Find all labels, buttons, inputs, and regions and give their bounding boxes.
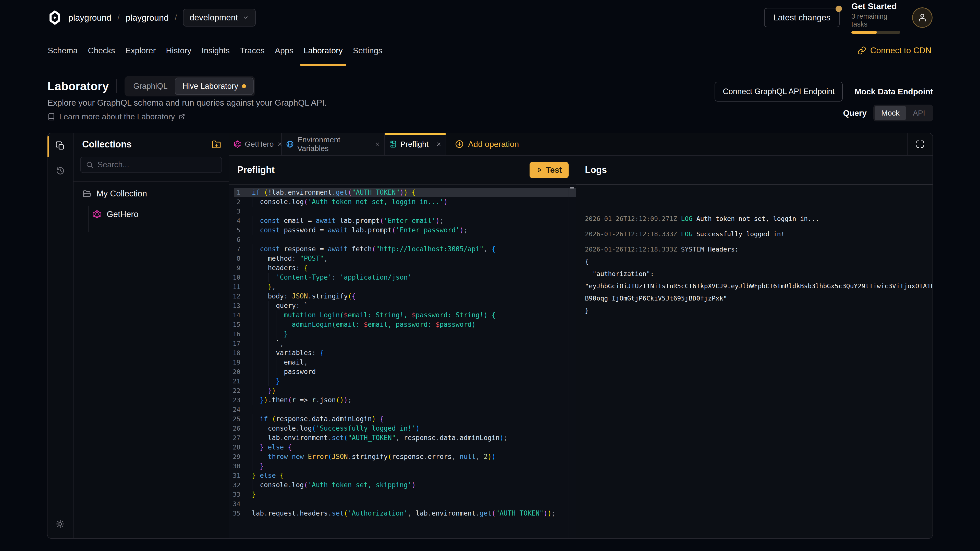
code-line: 20 password: [229, 367, 576, 376]
divider: [73, 181, 229, 182]
nav-item-settings[interactable]: Settings: [348, 35, 388, 66]
code-line: 11 },: [229, 282, 576, 292]
notification-dot: [835, 6, 842, 12]
nav-item-history[interactable]: History: [161, 35, 197, 66]
code-line: 16 }: [229, 329, 576, 339]
code-line: 22 }): [229, 386, 576, 395]
code-line: 15 adminLogin(email: $email, password: $…: [229, 320, 576, 329]
tab-environment-variables[interactable]: Environment Variables: [282, 133, 385, 155]
header-right: Latest changes Get Started 3 remaining t…: [764, 0, 932, 35]
close-icon[interactable]: [375, 141, 380, 147]
code-line: 2 console.log('Auth token not set, loggi…: [229, 197, 576, 206]
link-icon: [858, 46, 866, 55]
icon-rail: [48, 133, 73, 538]
yellow-dot: [242, 84, 246, 88]
code-line: 18 variables: {: [229, 348, 576, 358]
operation-item-gethero[interactable]: GetHero: [92, 207, 138, 221]
connect-to-cdn-label: Connect to CDN: [870, 46, 932, 56]
breadcrumb-separator: /: [175, 13, 177, 22]
rail-history-button[interactable]: [48, 158, 73, 183]
test-button[interactable]: Test: [530, 162, 569, 178]
fullscreen-button[interactable]: [907, 133, 932, 155]
add-operation-button[interactable]: Add operation: [455, 133, 519, 155]
collections-sidebar: Collections Search... My Collection GetH…: [73, 133, 229, 538]
log-entry: 2026-01-26T12:12:18.333Z LOG Successfull…: [585, 228, 924, 240]
collections-title: Collections: [82, 139, 132, 150]
add-operation-label: Add operation: [468, 140, 519, 149]
code-line: 26 console.log('Successfully logged in!'…: [229, 424, 576, 433]
code-lines: 1if (!lab.environment.get("AUTH_TOKEN"))…: [229, 188, 576, 518]
code-line: 29 throw new Error(JSON.stringify(respon…: [229, 452, 576, 462]
get-started-widget[interactable]: Get Started 3 remaining tasks: [851, 2, 900, 34]
code-line: 24: [229, 405, 576, 414]
code-line: 23 }).then(r => r.json());: [229, 395, 576, 405]
collections-search-input[interactable]: Search...: [80, 157, 222, 173]
learn-more-link[interactable]: Learn more about the Laboratory: [48, 112, 185, 121]
code-line: 25 if (response.data.adminLogin) {: [229, 414, 576, 424]
endpoint-mode-row: Query Mock API: [843, 105, 933, 121]
nav-item-laboratory[interactable]: Laboratory: [299, 35, 348, 66]
connect-api-endpoint-button[interactable]: Connect GraphQL API Endpoint: [714, 82, 843, 102]
rail-settings-button[interactable]: [48, 512, 73, 536]
ide-toggle: GraphiQL Hive Laboratory: [124, 76, 255, 97]
toggle-graphiql[interactable]: GraphiQL: [126, 78, 175, 94]
laboratory-header: Laboratory GraphiQL Hive Laboratory: [48, 76, 255, 97]
connect-to-cdn-link[interactable]: Connect to CDN: [858, 35, 932, 66]
code-line: 34: [229, 499, 576, 509]
mode-mock[interactable]: Mock: [875, 106, 906, 120]
get-started-title: Get Started: [851, 2, 900, 11]
tab-preflight[interactable]: Preflight: [385, 133, 446, 155]
collection-folder-label: My Collection: [97, 189, 147, 198]
add-collection-button[interactable]: [212, 140, 221, 149]
toggle-hive-laboratory[interactable]: Hive Laboratory: [175, 78, 254, 95]
nav-item-schema[interactable]: Schema: [43, 35, 83, 66]
avatar[interactable]: [912, 7, 932, 28]
graphql-icon: [233, 140, 242, 148]
header-left: playground / playground / development: [48, 0, 256, 35]
preflight-code-editor[interactable]: 1if (!lab.environment.get("AUTH_TOKEN"))…: [229, 185, 576, 538]
tab-gethero[interactable]: GetHero: [229, 133, 282, 155]
nav-item-checks[interactable]: Checks: [83, 35, 120, 66]
logs-header: Logs: [576, 156, 932, 185]
logs-panel[interactable]: 2026-01-26T12:12:09.271Z LOG Auth token …: [576, 185, 932, 538]
latest-changes-button[interactable]: Latest changes: [764, 8, 840, 27]
code-line: 10 'Content-Type': 'application/json': [229, 273, 576, 282]
plus-circle-icon: [455, 140, 464, 149]
code-line: 1if (!lab.environment.get("AUTH_TOKEN"))…: [229, 188, 576, 197]
code-line: 4 const email = await lab.prompt('Enter …: [229, 216, 576, 225]
script-icon: [389, 140, 397, 148]
search-icon: [86, 161, 94, 168]
toggle-hive-label: Hive Laboratory: [183, 82, 239, 91]
breadcrumb-project[interactable]: playground: [126, 13, 169, 23]
close-icon[interactable]: [436, 141, 442, 147]
hive-logo-icon[interactable]: [48, 10, 62, 25]
mode-api[interactable]: API: [906, 106, 932, 120]
code-line: 3: [229, 206, 576, 216]
editor-overview-ruler[interactable]: [569, 185, 576, 538]
folder-open-icon: [83, 189, 91, 198]
nav-item-explorer[interactable]: Explorer: [120, 35, 161, 66]
rail-collections-button[interactable]: [48, 134, 73, 158]
target-selector[interactable]: development: [183, 9, 256, 27]
mock-data-endpoint-label: Mock Data Endpoint: [854, 87, 933, 97]
latest-changes-label: Latest changes: [773, 13, 830, 22]
tab-label: Environment Variables: [298, 135, 371, 153]
breadcrumb-separator: /: [118, 13, 119, 22]
editor-tabbar: GetHero Environment Variables Preflight …: [229, 133, 932, 156]
book-icon: [48, 113, 55, 121]
collections-icon: [56, 141, 65, 151]
code-line: 5 const password = await lab.prompt('Ent…: [229, 225, 576, 235]
preflight-title: Preflight: [237, 165, 275, 175]
collection-folder-item[interactable]: My Collection: [83, 189, 147, 198]
code-line: 8 method: "POST",: [229, 254, 576, 263]
log-entry: 2026-01-26T12:12:18.333Z SYSTEM Headers:…: [585, 243, 924, 317]
tab-label: GetHero: [245, 140, 274, 148]
code-line: 21 }: [229, 376, 576, 386]
tree-guide-line: [88, 206, 89, 232]
breadcrumb-org[interactable]: playground: [68, 13, 111, 23]
external-link-icon: [179, 114, 185, 120]
overview-ruler-mark: [570, 187, 574, 189]
nav-item-apps[interactable]: Apps: [270, 35, 299, 66]
nav-item-traces[interactable]: Traces: [235, 35, 270, 66]
nav-item-insights[interactable]: Insights: [197, 35, 235, 66]
